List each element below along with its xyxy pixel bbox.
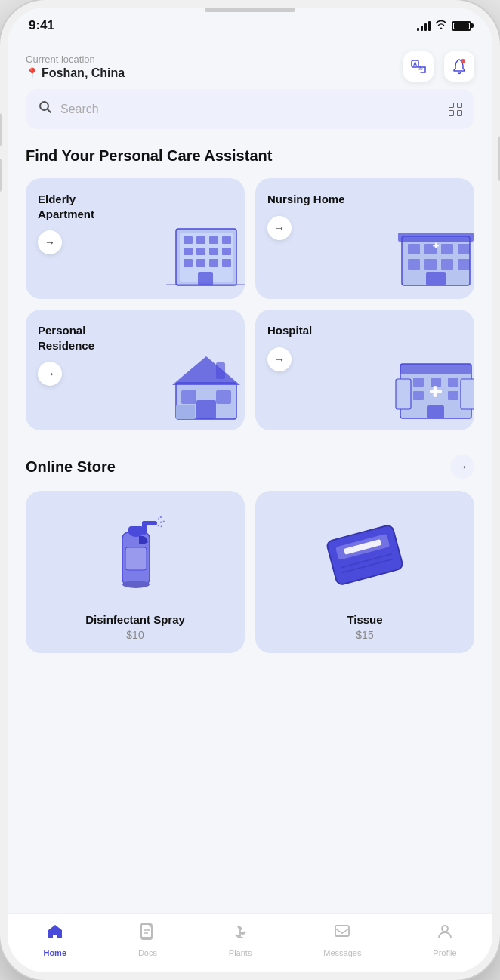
svg-rect-74 — [335, 926, 349, 936]
svg-rect-29 — [441, 259, 453, 270]
svg-rect-8 — [196, 236, 205, 244]
svg-rect-45 — [413, 378, 424, 387]
svg-rect-59 — [142, 521, 147, 535]
bottom-nav: Home Docs — [8, 913, 492, 972]
svg-rect-15 — [184, 259, 193, 267]
location-block: Current location 📍 Foshan, China — [26, 54, 125, 80]
svg-rect-44 — [461, 379, 474, 409]
store-card-tissue[interactable]: Tissue $15 — [255, 491, 474, 653]
wifi-icon — [435, 20, 447, 32]
care-card-title: Nursing Home — [267, 192, 350, 207]
search-bar[interactable]: Search — [26, 89, 474, 129]
online-store-header: Online Store → — [26, 455, 474, 479]
svg-rect-39 — [216, 362, 225, 379]
svg-rect-37 — [216, 390, 231, 404]
care-card-title: Personal Residence — [38, 323, 121, 353]
svg-rect-13 — [209, 248, 218, 255]
battery-icon — [452, 21, 471, 31]
care-card-arrow: → — [38, 362, 62, 386]
svg-rect-25 — [441, 244, 453, 254]
messages-icon — [333, 923, 351, 945]
see-all-button[interactable]: → — [450, 455, 474, 479]
notch — [205, 8, 295, 12]
product-price: $10 — [126, 629, 144, 641]
nav-label-plant: Plants — [229, 948, 252, 957]
vol-down-button — [0, 159, 2, 192]
svg-rect-38 — [196, 400, 216, 419]
nav-item-messages[interactable]: Messages — [323, 923, 361, 957]
care-card-hospital[interactable]: Hospital → — [255, 310, 474, 430]
header: Current location 📍 Foshan, China A あ — [26, 41, 474, 89]
product-name: Tissue — [347, 613, 382, 626]
svg-rect-46 — [431, 378, 441, 387]
hospital-illustration — [394, 349, 474, 424]
svg-rect-51 — [434, 386, 437, 397]
signal-icon — [417, 20, 431, 31]
nav-label-home: Home — [43, 948, 66, 957]
location-value: 📍 Foshan, China — [26, 66, 125, 80]
svg-line-60 — [158, 516, 162, 519]
svg-rect-40 — [176, 405, 195, 419]
svg-marker-35 — [172, 356, 240, 385]
nav-item-home[interactable]: Home — [43, 923, 66, 957]
location-city: Foshan, China — [42, 66, 125, 80]
status-icons — [417, 20, 471, 32]
store-grid: Disinfectant Spray $10 — [26, 491, 474, 653]
nav-item-profile[interactable]: Profile — [433, 923, 456, 957]
nav-label-profile: Profile — [433, 948, 456, 957]
plant-icon — [231, 923, 249, 945]
svg-rect-55 — [125, 547, 147, 570]
svg-line-61 — [160, 521, 165, 522]
svg-rect-16 — [196, 259, 205, 267]
svg-rect-23 — [408, 244, 420, 254]
svg-rect-52 — [427, 405, 444, 418]
care-card-personal-residence[interactable]: Personal Residence → — [26, 310, 245, 430]
location-pin-icon: 📍 — [26, 67, 39, 79]
svg-point-75 — [442, 926, 448, 932]
svg-rect-36 — [181, 390, 196, 404]
svg-line-62 — [158, 525, 163, 527]
svg-rect-48 — [413, 391, 424, 400]
store-card-disinfectant-spray[interactable]: Disinfectant Spray $10 — [26, 491, 245, 653]
header-actions: A あ — [403, 51, 474, 82]
care-section-title: Find Your Personal Care Assistant — [26, 147, 474, 165]
svg-rect-12 — [196, 248, 205, 255]
care-card-title: Hospital — [267, 323, 350, 338]
svg-rect-19 — [198, 272, 213, 285]
svg-text:あ: あ — [418, 66, 423, 71]
main-content: Current location 📍 Foshan, China A あ — [8, 33, 492, 913]
svg-rect-14 — [222, 248, 231, 255]
svg-rect-47 — [448, 378, 458, 387]
svg-rect-28 — [424, 259, 437, 270]
svg-rect-31 — [426, 272, 446, 285]
nav-item-plant[interactable]: Plants — [229, 923, 252, 957]
care-card-elderly-apartment[interactable]: Elderly Apartment → — [26, 178, 245, 299]
svg-rect-30 — [458, 259, 470, 270]
svg-rect-22 — [398, 233, 474, 242]
care-card-nursing-home[interactable]: Nursing Home → — [255, 178, 474, 299]
svg-rect-27 — [408, 259, 420, 270]
svg-rect-42 — [400, 364, 471, 374]
svg-point-3 — [461, 59, 465, 63]
care-grid: Elderly Apartment → — [26, 178, 474, 430]
phone-screen: 9:41 — [8, 8, 492, 972]
svg-rect-43 — [396, 379, 411, 409]
documents-icon — [138, 923, 156, 945]
nav-label-messages: Messages — [323, 948, 361, 957]
svg-rect-11 — [184, 248, 193, 255]
svg-rect-57 — [128, 526, 144, 534]
translate-button[interactable]: A あ — [403, 51, 434, 82]
vol-up-button — [0, 113, 2, 146]
product-price: $15 — [356, 629, 373, 641]
grid-view-icon[interactable] — [449, 103, 462, 116]
care-card-title: Elderly Apartment — [38, 192, 121, 221]
nursing-home-illustration — [394, 217, 474, 293]
care-card-arrow: → — [267, 347, 292, 371]
status-time: 9:41 — [29, 18, 54, 33]
notification-button[interactable] — [444, 51, 474, 82]
svg-rect-9 — [209, 236, 218, 244]
nav-item-documents[interactable]: Docs — [138, 923, 157, 957]
home-icon — [46, 923, 64, 945]
svg-rect-20 — [166, 284, 245, 285]
svg-rect-49 — [448, 391, 458, 400]
